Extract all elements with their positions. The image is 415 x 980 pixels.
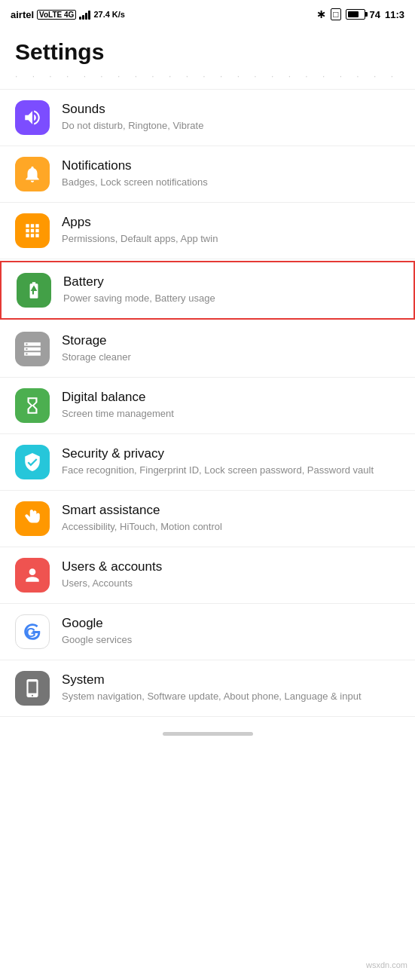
storage-title: Storage [62,333,400,348]
notifications-title: Notifications [62,158,400,173]
settings-item-storage[interactable]: Storage Storage cleaner [0,321,415,378]
bluetooth-icon: ∗ [316,8,326,21]
digital-balance-title: Digital balance [62,390,400,405]
digital-balance-icon-wrapper [15,388,50,423]
storage-icon [23,339,42,359]
sounds-icon-wrapper [15,100,50,135]
status-bar: airtel VoLTE 4G 27.4 K/s ∗ □ 74 11:3 [0,0,415,27]
battery-settings-icon [24,280,44,300]
battery-title: Battery [63,274,398,289]
battery-text: Battery Power saving mode, Battery usage [63,274,398,305]
sounds-title: Sounds [62,102,400,117]
digital-balance-subtitle: Screen time management [62,407,400,421]
battery-settings-icon-wrapper [17,273,51,308]
signal-icon [79,9,90,20]
settings-list: Sounds Do not disturb, Ringtone, Vibrate… [0,90,415,717]
system-icon-wrapper [15,671,50,706]
digital-balance-text: Digital balance Screen time management [62,390,400,421]
security-subtitle: Face recognition, Fingerprint ID, Lock s… [62,464,400,477]
status-left: airtel VoLTE 4G 27.4 K/s [11,9,125,20]
users-text: Users & accounts Users, Accounts [62,559,400,590]
apps-icon [23,221,42,240]
google-text: Google Google services [62,616,400,647]
home-indicator [0,717,415,745]
carrier-text: airtel [11,9,34,20]
network-type: VoLTE 4G [37,10,76,20]
storage-subtitle: Storage cleaner [62,351,400,364]
smart-assistance-text: Smart assistance Accessibility, HiTouch,… [62,503,400,534]
smart-assistance-icon-wrapper [15,501,50,536]
google-subtitle: Google services [62,633,400,647]
settings-item-notifications[interactable]: Notifications Badges, Lock screen notifi… [0,146,415,203]
storage-text: Storage Storage cleaner [62,333,400,364]
battery-percent: 74 [370,9,380,20]
top-fade-hint: · · · · · · · · · · · · · · · · · · · · … [0,71,415,90]
battery-fill [348,11,359,17]
apps-icon-wrapper [15,213,50,248]
system-title: System [62,672,400,688]
settings-item-system[interactable]: System System navigation, Software updat… [0,660,415,717]
sounds-text: Sounds Do not disturb, Ringtone, Vibrate [62,102,400,133]
system-icon [23,678,42,698]
hourglass-icon [23,396,42,415]
users-subtitle: Users, Accounts [62,577,400,590]
security-text: Security & privacy Face recognition, Fin… [62,446,400,477]
settings-item-security[interactable]: Security & privacy Face recognition, Fin… [0,434,415,491]
settings-item-google[interactable]: G Google Google services [0,604,415,660]
notifications-icon-wrapper [15,157,50,191]
settings-item-digital-balance[interactable]: Digital balance Screen time management [0,378,415,434]
sounds-icon [23,108,42,127]
google-title: Google [62,616,400,631]
apps-title: Apps [62,215,400,230]
system-subtitle: System navigation, Software update, Abou… [62,690,400,703]
settings-item-smart-assistance[interactable]: Smart assistance Accessibility, HiTouch,… [0,491,415,547]
settings-item-battery[interactable]: Battery Power saving mode, Battery usage [0,261,415,320]
battery-icon [346,9,365,20]
smart-assistance-subtitle: Accessibility, HiTouch, Motion control [62,520,400,534]
google-icon: G [23,622,42,642]
security-icon-wrapper [15,445,50,479]
nfc-icon: □ [331,8,340,20]
person-icon [23,565,42,585]
apps-subtitle: Permissions, Default apps, App twin [62,232,400,246]
settings-item-sounds[interactable]: Sounds Do not disturb, Ringtone, Vibrate [0,90,415,146]
home-bar [163,732,253,736]
users-title: Users & accounts [62,559,400,574]
svg-text:G: G [26,625,35,640]
sounds-subtitle: Do not disturb, Ringtone, Vibrate [62,119,400,133]
hand-icon [23,509,42,528]
smart-assistance-title: Smart assistance [62,503,400,518]
shield-icon [23,452,42,472]
battery-tip [365,12,368,17]
settings-item-users[interactable]: Users & accounts Users, Accounts [0,547,415,604]
watermark: wsxdn.com [366,960,407,969]
storage-icon-wrapper [15,332,50,366]
security-title: Security & privacy [62,446,400,461]
google-icon-wrapper: G [15,614,50,649]
notifications-icon [23,164,42,184]
notifications-subtitle: Badges, Lock screen notifications [62,176,400,189]
page-title: Settings [0,27,415,71]
status-right: ∗ □ 74 11:3 [316,8,404,21]
apps-text: Apps Permissions, Default apps, App twin [62,215,400,246]
speed-text: 27.4 K/s [93,10,125,19]
settings-item-apps[interactable]: Apps Permissions, Default apps, App twin [0,203,415,259]
battery-subtitle: Power saving mode, Battery usage [63,292,398,305]
notifications-text: Notifications Badges, Lock screen notifi… [62,158,400,189]
time-text: 11:3 [385,9,404,20]
users-icon-wrapper [15,558,50,593]
system-text: System System navigation, Software updat… [62,672,400,703]
